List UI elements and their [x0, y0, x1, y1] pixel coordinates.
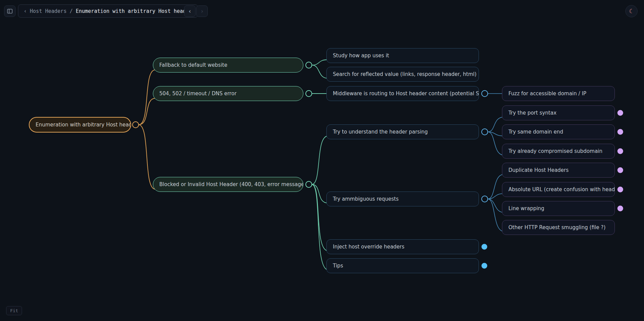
root-toggle-circle[interactable]: [133, 122, 139, 128]
link-fallback-study: [312, 60, 328, 65]
fit-button[interactable]: Fit: [6, 306, 22, 315]
node-root[interactable]: Enumeration with arbitrary Host header: [29, 117, 131, 133]
nav-back-button[interactable]: ‹: [184, 5, 196, 17]
node-blocked-invalid-host-header[interactable]: Blocked or Invalid Host Header (400, 403…: [153, 177, 303, 192]
node-study-how-app-uses-it[interactable]: Study how app uses it: [326, 48, 479, 63]
breadcrumb-parent-link[interactable]: ‹ Host Headers: [24, 8, 66, 14]
node-line-wrapping[interactable]: Line wrapping: [502, 201, 615, 216]
inject-collapsed-dot[interactable]: [482, 244, 487, 250]
port-collapsed-dot[interactable]: [618, 110, 623, 116]
link-fallback-search: [312, 65, 328, 78]
nav-forward-button[interactable]: ›: [196, 5, 208, 17]
node-understand-header-parsing[interactable]: Try to understand the header parsing: [326, 124, 479, 139]
node-try-port-syntax[interactable]: Try the port syntax: [502, 105, 615, 120]
blocked-toggle-circle[interactable]: [306, 181, 312, 187]
breadcrumb: ‹ Host Headers / Enumeration with arbitr…: [18, 4, 198, 18]
moon-icon: ☾: [629, 8, 634, 14]
node-try-ambiguous-requests[interactable]: Try ammbiguous requests: [326, 192, 479, 206]
link-blocked-understand: [312, 136, 328, 184]
node-try-same-domain-end[interactable]: Try same domain end: [502, 124, 615, 139]
absolute-collapsed-dot[interactable]: [618, 187, 623, 193]
link-blocked-tips: [312, 184, 328, 270]
node-search-reflected-value[interactable]: Search for reflected value (links, respo…: [326, 67, 479, 82]
link-root-blocked: [139, 125, 155, 189]
samedomain-collapsed-dot[interactable]: [618, 129, 623, 135]
duplicate-collapsed-dot[interactable]: [618, 167, 623, 173]
node-tips[interactable]: Tips: [326, 258, 479, 273]
link-root-fallback: [139, 70, 155, 125]
504-toggle-circle[interactable]: [306, 91, 312, 97]
breadcrumb-separator: /: [69, 8, 73, 14]
link-blocked-inject: [312, 184, 328, 251]
node-middleware-routing-ssrf[interactable]: Middleware is routing to Host header con…: [326, 86, 479, 101]
node-inject-host-override-headers[interactable]: Inject host override headers: [326, 239, 479, 254]
panel-left-icon: [7, 8, 13, 14]
mindmap-connectors: [0, 0, 644, 321]
chevron-right-icon: ›: [200, 8, 204, 14]
fallback-toggle-circle[interactable]: [306, 62, 312, 68]
node-absolute-url-confusion[interactable]: Absolute URL (create confusion with head…: [502, 182, 615, 197]
node-duplicate-host-headers[interactable]: Duplicate Host Headers: [502, 163, 615, 178]
ambiguous-toggle-circle[interactable]: [482, 196, 488, 202]
node-other-http-request-smuggling[interactable]: Other HTTP Request smuggling (file ?): [502, 220, 615, 235]
chevron-left-icon: ‹: [188, 8, 192, 14]
topbar: ‹ Host Headers / Enumeration with arbitr…: [0, 0, 644, 22]
understand-toggle-circle[interactable]: [482, 129, 488, 135]
node-504-502-timeout-dns-error[interactable]: 504, 502 / timeout / DNS error: [153, 86, 303, 101]
linewrap-collapsed-dot[interactable]: [618, 206, 623, 212]
node-try-compromised-subdomain[interactable]: Try already compromised subdomain: [502, 144, 615, 159]
sidebar-toggle-button[interactable]: [4, 5, 16, 17]
tips-collapsed-dot[interactable]: [482, 263, 487, 269]
page-title: Enumeration with arbitrary Host header: [76, 8, 192, 14]
middleware-toggle-circle[interactable]: [482, 91, 488, 97]
node-fallback-default-website[interactable]: Fallback to default website: [153, 58, 303, 73]
breadcrumb-back-arrow: ‹: [24, 8, 27, 14]
theme-toggle-button[interactable]: ☾: [625, 5, 638, 17]
node-fuzz-accessible-domain-ip[interactable]: Fuzz for accessible domain / IP: [502, 86, 615, 101]
link-root-504: [139, 98, 155, 125]
compromised-collapsed-dot[interactable]: [618, 148, 623, 154]
